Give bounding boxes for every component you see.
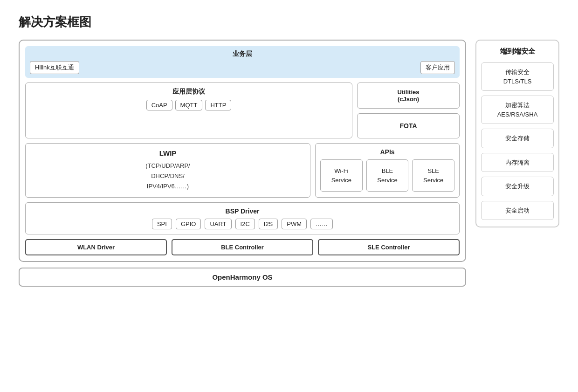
bsp-title: BSP Driver xyxy=(30,207,454,215)
right-panel: 端到端安全 传输安全DTLS/TLS 加密算法AES/RSA/SHA 安全存储 … xyxy=(475,40,559,227)
lwip-title: LWIP xyxy=(32,149,303,157)
bsp-chip-uart: UART xyxy=(205,219,231,229)
app-protocol-box: 应用层协议 CoAP MQTT HTTP xyxy=(25,83,352,138)
sle-controller: SLE Controller xyxy=(318,239,460,255)
right-item-boot: 安全启动 xyxy=(481,201,554,220)
api-wifi: Wi-FiService xyxy=(320,159,363,192)
right-item-storage: 安全存储 xyxy=(481,129,554,148)
hilink-item: Hilink互联互通 xyxy=(30,61,79,74)
bsp-chips: SPI GPIO UART I2C I2S PWM …… xyxy=(30,219,454,229)
lwip-apis-row: LWIP (TCP/UDP/ARP/DHCP/DNS/IPV4/IPV6……) … xyxy=(25,143,460,198)
api-ble: BLEService xyxy=(366,159,409,192)
right-item-memory: 内存隔离 xyxy=(481,153,554,172)
bsp-chip-gpio: GPIO xyxy=(176,219,201,229)
wlan-driver: WLAN Driver xyxy=(25,239,167,255)
bsp-chip-i2s: I2S xyxy=(259,219,278,229)
bsp-chip-etc: …… xyxy=(310,219,333,229)
controller-row: WLAN Driver BLE Controller SLE Controlle… xyxy=(25,239,460,255)
left-panel: 业务层 Hilink互联互通 客户应用 应用层协议 CoAP MQTT HTTP xyxy=(19,40,466,287)
chip-mqtt: MQTT xyxy=(175,100,203,110)
biz-layer-title: 业务层 xyxy=(30,50,455,58)
right-item-transport: 传输安全DTLS/TLS xyxy=(481,62,554,91)
bsp-chip-i2c: I2C xyxy=(235,219,255,229)
biz-layer: 业务层 Hilink互联互通 客户应用 xyxy=(25,46,460,78)
apis-title: APIs xyxy=(320,148,454,156)
client-app-item: 客户应用 xyxy=(420,61,455,74)
apis-inner: Wi-FiService BLEService SLEService xyxy=(320,159,454,192)
api-sle: SLEService xyxy=(412,159,454,192)
protocol-chips: CoAP MQTT HTTP xyxy=(30,100,347,110)
right-item-upgrade: 安全升级 xyxy=(481,177,554,196)
ble-controller: BLE Controller xyxy=(172,239,313,255)
main-layout: 业务层 Hilink互联互通 客户应用 应用层协议 CoAP MQTT HTTP xyxy=(19,40,559,287)
bsp-chip-pwm: PWM xyxy=(282,219,307,229)
lwip-box: LWIP (TCP/UDP/ARP/DHCP/DNS/IPV4/IPV6……) xyxy=(25,143,310,198)
apis-box: APIs Wi-FiService BLEService SLEService xyxy=(315,143,460,198)
app-protocol-title: 应用层协议 xyxy=(30,88,347,96)
bsp-chip-spi: SPI xyxy=(152,219,172,229)
right-item-crypto: 加密算法AES/RSA/SHA xyxy=(481,96,554,124)
biz-layer-content: Hilink互联互通 客户应用 xyxy=(30,61,455,74)
bsp-box: BSP Driver SPI GPIO UART I2C I2S PWM …… xyxy=(25,202,460,234)
fota-box: FOTA xyxy=(357,113,460,138)
utilities-fota-box: Utilities(cJson) FOTA xyxy=(357,83,460,138)
page-title: 解决方案框图 xyxy=(19,14,559,30)
utilities-box: Utilities(cJson) xyxy=(357,83,460,109)
arch-box: 业务层 Hilink互联互通 客户应用 应用层协议 CoAP MQTT HTTP xyxy=(19,40,466,262)
chip-coap: CoAP xyxy=(146,100,172,110)
middle-row: 应用层协议 CoAP MQTT HTTP Utilities(cJson) FO… xyxy=(25,83,460,138)
os-bar: OpenHarmony OS xyxy=(19,268,466,287)
right-panel-title: 端到端安全 xyxy=(481,47,554,56)
lwip-content: (TCP/UDP/ARP/DHCP/DNS/IPV4/IPV6……) xyxy=(32,161,303,192)
chip-http: HTTP xyxy=(205,100,231,110)
